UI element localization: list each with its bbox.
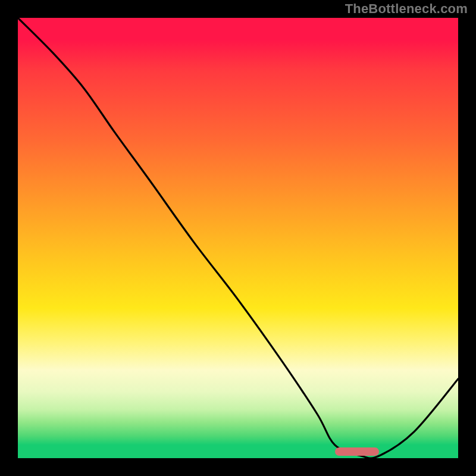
chart-frame: TheBottleneck.com bbox=[0, 0, 476, 476]
optimum-marker bbox=[335, 447, 379, 456]
chart-svg bbox=[18, 18, 458, 458]
plot-area bbox=[18, 18, 458, 458]
bottleneck-curve bbox=[18, 18, 458, 458]
watermark-text: TheBottleneck.com bbox=[345, 1, 468, 17]
